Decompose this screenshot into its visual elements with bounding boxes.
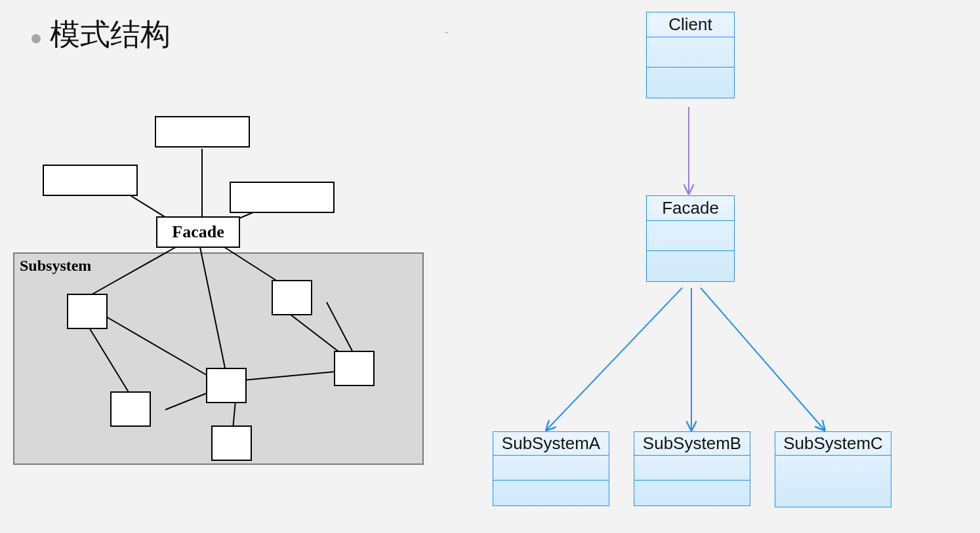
title-row: 模式结构 xyxy=(31,14,171,55)
svg-line-14 xyxy=(546,288,682,430)
decorative-dash: - xyxy=(445,26,448,38)
subsystem-node xyxy=(67,294,108,329)
slide: 模式结构 - Subsystem xyxy=(0,0,980,533)
uml-ops xyxy=(493,481,609,505)
subsystem-label: Subsystem xyxy=(20,257,91,275)
uml-class-name: SubSystemC xyxy=(775,432,891,456)
uml-facade: Facade xyxy=(646,195,735,282)
uml-subsystem-b: SubSystemB xyxy=(634,431,750,506)
client-box xyxy=(155,116,250,148)
uml-ops xyxy=(647,251,734,281)
svg-line-16 xyxy=(701,288,825,430)
uml-class-name: Client xyxy=(647,12,734,37)
facade-box: Facade xyxy=(156,216,240,248)
subsystem-node xyxy=(334,351,375,386)
uml-subsystem-c: SubSystemC xyxy=(775,431,891,507)
client-box xyxy=(43,165,138,196)
uml-class-name: Facade xyxy=(647,196,734,221)
subsystem-node xyxy=(206,368,247,403)
bullet-icon xyxy=(31,34,41,43)
slide-title: 模式结构 xyxy=(50,14,171,55)
subsystem-node xyxy=(272,280,312,315)
subsystem-node xyxy=(110,391,151,427)
uml-body xyxy=(775,456,891,507)
uml-attrs xyxy=(493,456,609,481)
uml-client: Client xyxy=(646,12,735,98)
uml-class-name: SubSystemB xyxy=(634,432,750,456)
uml-class-name: SubSystemA xyxy=(493,432,609,456)
informal-diagram: Subsystem xyxy=(13,108,439,482)
uml-diagram: Client Facade SubSystemA SubSystemB SubS… xyxy=(485,5,971,530)
subsystem-node xyxy=(211,425,252,461)
uml-subsystem-a: SubSystemA xyxy=(493,431,609,506)
uml-ops xyxy=(647,68,734,98)
uml-ops xyxy=(634,481,750,505)
uml-attrs xyxy=(647,37,734,68)
uml-attrs xyxy=(647,221,734,251)
client-box xyxy=(230,182,335,213)
facade-label: Facade xyxy=(172,222,224,242)
uml-attrs xyxy=(634,456,750,481)
